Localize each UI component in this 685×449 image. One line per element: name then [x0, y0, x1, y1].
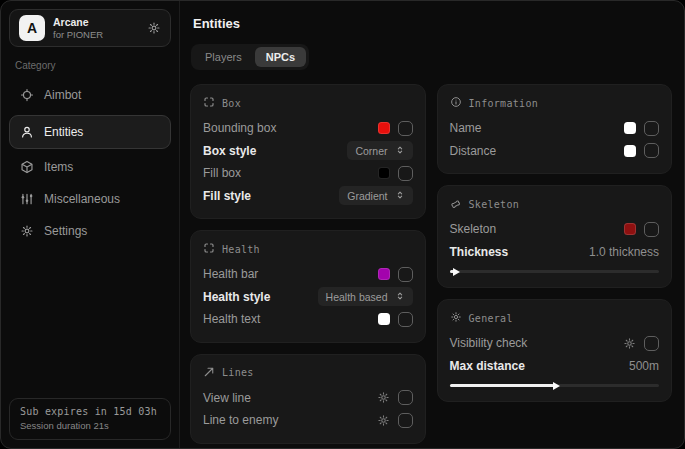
- slider-fill: [450, 270, 454, 273]
- cube-icon: [20, 160, 34, 174]
- checkbox[interactable]: [398, 121, 413, 136]
- checkbox[interactable]: [644, 336, 659, 351]
- row-label: Health style: [203, 290, 270, 304]
- sidebar-item-miscellaneous[interactable]: Miscellaneous: [9, 184, 171, 214]
- color-swatch[interactable]: [378, 313, 390, 325]
- right-column: Information Name Distance: [437, 84, 673, 402]
- color-swatch[interactable]: [624, 223, 636, 235]
- card-title: Lines: [222, 367, 254, 378]
- information-card: Information Name Distance: [437, 84, 673, 174]
- sidebar-item-settings[interactable]: Settings: [9, 216, 171, 246]
- card-title: Information: [469, 98, 539, 109]
- box-style-row: Box style Corner: [203, 140, 413, 163]
- subscription-box: Sub expires in 15d 03h Session duration …: [9, 398, 171, 440]
- sidebar-item-label: Miscellaneous: [44, 192, 120, 206]
- checkbox[interactable]: [398, 166, 413, 181]
- row-label: Health text: [203, 312, 260, 326]
- distance-row: Distance: [450, 140, 660, 163]
- bone-icon: [450, 195, 462, 213]
- dropdown-value: Health based: [326, 291, 388, 303]
- row-label: Line to enemy: [203, 413, 278, 427]
- row-label: Bounding box: [203, 121, 276, 135]
- app-name: Arcane: [53, 16, 103, 29]
- row-label: Name: [450, 121, 482, 135]
- crosshair-icon: [20, 88, 34, 102]
- sidebar-item-entities[interactable]: Entities: [9, 115, 171, 149]
- gear-icon[interactable]: [147, 21, 161, 35]
- row-label: Visibility check: [450, 336, 528, 350]
- slider-fill: [450, 384, 555, 387]
- skeleton-row: Skeleton: [450, 218, 660, 241]
- general-card-header: General: [450, 309, 660, 327]
- checkbox[interactable]: [644, 222, 659, 237]
- unfold-icon: [395, 190, 405, 202]
- row-label: Thickness: [450, 245, 509, 259]
- sidebar: A Arcane for PIONER Category Aimbot Enti…: [1, 1, 180, 448]
- checkbox[interactable]: [644, 121, 659, 136]
- page-title: Entities: [193, 16, 672, 31]
- thickness-slider[interactable]: [450, 270, 660, 273]
- thickness-value: 1.0 thickness: [589, 245, 659, 259]
- checkbox[interactable]: [398, 267, 413, 282]
- max-distance-row: Max distance 500m: [450, 355, 660, 378]
- health-style-dropdown[interactable]: Health based: [318, 287, 413, 306]
- gear-icon[interactable]: [377, 391, 390, 404]
- health-card: Health Health bar Health style Health ba…: [190, 230, 426, 343]
- card-title: Box: [222, 98, 241, 109]
- fill-style-dropdown[interactable]: Gradient: [339, 186, 412, 205]
- tab-npcs[interactable]: NPCs: [255, 47, 306, 67]
- tab-players[interactable]: Players: [194, 47, 253, 67]
- app-subtitle: for PIONER: [53, 29, 103, 41]
- card-title: Skeleton: [469, 199, 520, 210]
- settings-grid: Box Bounding box Box style Corner: [190, 84, 672, 444]
- sidebar-item-label: Settings: [44, 224, 87, 238]
- name-row: Name: [450, 117, 660, 140]
- row-label: Skeleton: [450, 222, 497, 236]
- color-swatch[interactable]: [624, 122, 636, 134]
- checkbox[interactable]: [644, 143, 659, 158]
- color-swatch[interactable]: [378, 268, 390, 280]
- slider-thumb[interactable]: [553, 382, 560, 390]
- box-style-dropdown[interactable]: Corner: [347, 141, 412, 160]
- entity-type-tabs: Players NPCs: [191, 44, 309, 70]
- unfold-icon: [395, 291, 405, 303]
- health-text-row: Health text: [203, 308, 413, 331]
- skeleton-card: Skeleton Skeleton Thickness 1.0 thicknes…: [437, 185, 673, 288]
- sun-icon: [450, 309, 462, 327]
- checkbox[interactable]: [398, 413, 413, 428]
- max-distance-value: 500m: [629, 359, 659, 373]
- color-swatch[interactable]: [378, 122, 390, 134]
- box-card: Box Bounding box Box style Corner: [190, 84, 426, 219]
- category-label: Category: [15, 60, 165, 71]
- row-label: Fill style: [203, 189, 251, 203]
- color-swatch[interactable]: [624, 145, 636, 157]
- checkbox[interactable]: [398, 390, 413, 405]
- trend-arrow-icon: [203, 364, 215, 382]
- gear-icon[interactable]: [623, 337, 636, 350]
- color-swatch[interactable]: [378, 167, 390, 179]
- row-label: Fill box: [203, 166, 241, 180]
- sidebar-item-items[interactable]: Items: [9, 152, 171, 182]
- line-to-enemy-row: Line to enemy: [203, 409, 413, 432]
- sliders-icon: [20, 192, 34, 206]
- sidebar-item-label: Aimbot: [44, 88, 81, 102]
- max-distance-slider[interactable]: [450, 384, 660, 387]
- lines-card-header: Lines: [203, 364, 413, 382]
- information-card-header: Information: [450, 94, 660, 112]
- unfold-icon: [395, 145, 405, 157]
- slider-thumb[interactable]: [453, 268, 460, 276]
- dropdown-value: Corner: [355, 145, 387, 157]
- left-column: Box Bounding box Box style Corner: [190, 84, 426, 444]
- row-label: Distance: [450, 144, 497, 158]
- sidebar-item-aimbot[interactable]: Aimbot: [9, 80, 171, 110]
- row-label: View line: [203, 391, 251, 405]
- lines-card: Lines View line Line to enemy: [190, 354, 426, 444]
- gear-icon[interactable]: [377, 414, 390, 427]
- sub-expiry-text: Sub expires in 15d 03h: [20, 406, 160, 417]
- dropdown-value: Gradient: [347, 190, 387, 202]
- sidebar-nav: Aimbot Entities Items Miscellaneous Sett…: [9, 80, 171, 248]
- fill-box-row: Fill box: [203, 162, 413, 185]
- checkbox[interactable]: [398, 312, 413, 327]
- row-label: Max distance: [450, 359, 525, 373]
- health-bar-row: Health bar: [203, 263, 413, 286]
